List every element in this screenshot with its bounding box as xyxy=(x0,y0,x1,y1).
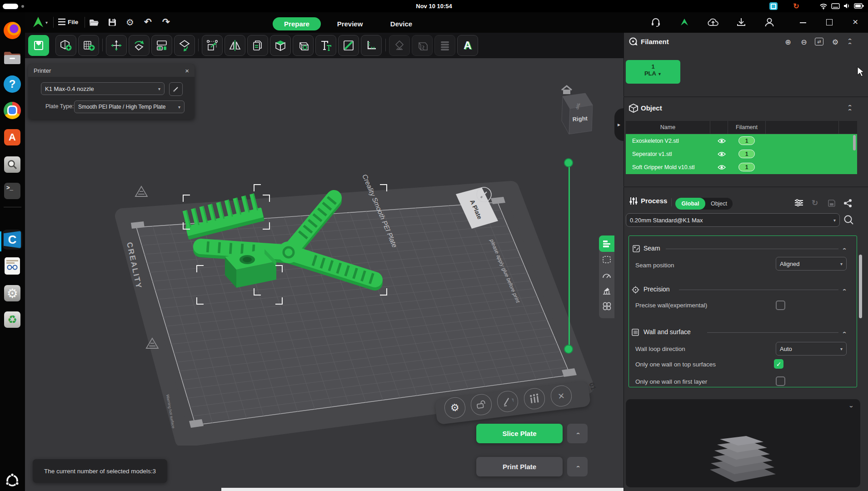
measure-tool-button[interactable] xyxy=(361,35,382,56)
dock-firefox-icon[interactable] xyxy=(2,20,22,40)
view-cube[interactable]: Top Right xyxy=(557,91,598,139)
panel-collapse-handle[interactable]: ▸ xyxy=(614,108,624,141)
dock-settings-icon[interactable]: ⚙ xyxy=(2,283,22,303)
layers-tool-button[interactable] xyxy=(434,35,455,56)
undo-icon[interactable]: ↶ xyxy=(144,16,152,27)
cloud-upload-icon[interactable] xyxy=(708,18,718,27)
seam-position-select[interactable]: Aligned▾ xyxy=(776,257,847,271)
save-icon[interactable] xyxy=(108,18,117,27)
slice-options-button[interactable]: › xyxy=(567,424,588,443)
dock-terminal-icon[interactable]: >_ xyxy=(2,181,22,201)
mini-tab-support[interactable] xyxy=(599,283,614,298)
move-tool-button[interactable] xyxy=(106,35,127,56)
system-clock[interactable]: Nov 10 10:54 xyxy=(0,0,868,12)
open-folder-icon[interactable] xyxy=(89,18,99,26)
seam-section-title[interactable]: Seam xyxy=(644,245,660,252)
layer-slider-bottom-handle[interactable] xyxy=(564,345,573,354)
screen-record-indicator-icon[interactable] xyxy=(3,4,18,9)
support-paint-tool-button[interactable] xyxy=(389,35,410,56)
precise-wall-checkbox[interactable] xyxy=(776,301,785,310)
visibility-eye-icon[interactable] xyxy=(718,138,726,144)
tray-app-icon[interactable] xyxy=(769,2,778,10)
process-save-icon[interactable] xyxy=(828,200,835,207)
preset-search-icon[interactable] xyxy=(843,215,854,225)
printer-panel-close-icon[interactable]: × xyxy=(185,67,189,75)
creality-logo-icon[interactable] xyxy=(32,16,45,29)
tab-device[interactable]: Device xyxy=(385,17,417,30)
logo-dropdown-caret-icon[interactable]: ▾ xyxy=(45,20,48,25)
filament-badge[interactable]: 1 xyxy=(738,163,755,171)
mini-tab-select-area[interactable] xyxy=(599,252,614,267)
hamburger-icon[interactable] xyxy=(58,18,66,25)
user-account-icon[interactable] xyxy=(764,17,774,27)
tray-refresh-icon[interactable]: ↻ xyxy=(792,1,801,10)
download-icon[interactable] xyxy=(737,18,746,27)
scope-global-button[interactable]: Global xyxy=(675,198,705,210)
visibility-eye-icon[interactable] xyxy=(718,165,726,170)
remove-filament-icon[interactable]: ⊖ xyxy=(798,36,809,47)
printer-edit-button[interactable] xyxy=(169,82,183,96)
process-scrollbar[interactable] xyxy=(859,255,862,318)
table-row[interactable]: Exoskeleton V2.stl 1 xyxy=(626,134,857,147)
minimize-icon[interactable] xyxy=(800,22,806,23)
layer-slider-track[interactable] xyxy=(569,163,570,349)
arrange-tool-button[interactable] xyxy=(151,35,172,56)
filament-badge[interactable]: 1 xyxy=(738,150,755,158)
seam-collapse-icon[interactable]: › xyxy=(840,248,848,250)
add-model-button[interactable] xyxy=(55,35,76,56)
file-menu[interactable]: File xyxy=(68,19,78,25)
text-tool-button[interactable] xyxy=(315,35,336,56)
wall-section-title[interactable]: Wall and surface xyxy=(644,328,691,336)
wifi-icon[interactable] xyxy=(819,3,828,10)
wall-collapse-icon[interactable]: › xyxy=(840,331,848,334)
filament-collapse-icon[interactable]: ›› xyxy=(846,37,848,45)
table-row[interactable]: Seperator v1.stl 1 xyxy=(626,147,857,160)
print-plate-button[interactable]: Print Plate xyxy=(476,457,563,476)
preview-collapse-icon[interactable]: › xyxy=(848,406,856,408)
pick-plate-tool-button[interactable] xyxy=(28,35,49,56)
print-options-button[interactable]: › xyxy=(567,457,588,476)
wall-loop-select[interactable]: Auto▾ xyxy=(776,342,847,356)
mini-tab-plugins[interactable] xyxy=(599,298,614,314)
dock-appstore-icon[interactable]: A xyxy=(2,127,22,147)
dock-files-icon[interactable] xyxy=(2,48,22,68)
precision-section-title[interactable]: Precision xyxy=(644,286,670,293)
mini-tab-parameters[interactable] xyxy=(599,235,614,252)
table-row[interactable]: Soft Gripper Mold v10.stl 1 xyxy=(626,160,857,174)
modifier-tool-button[interactable] xyxy=(270,35,291,56)
filament-slot-1[interactable]: 1 PLA ▼ xyxy=(626,60,680,84)
process-advanced-icon[interactable] xyxy=(794,199,803,206)
lay-flat-tool-button[interactable] xyxy=(174,35,195,56)
dock-trash-icon[interactable]: ♻ xyxy=(2,310,22,330)
scale-tool-button[interactable] xyxy=(202,35,223,56)
dock-help-icon[interactable]: ? xyxy=(2,74,22,94)
mirror-tool-button[interactable] xyxy=(224,35,245,56)
add-filament-icon[interactable]: ⊕ xyxy=(783,36,793,47)
battery-icon[interactable] xyxy=(854,3,864,9)
visibility-eye-icon[interactable] xyxy=(718,151,726,157)
rotate-tool-button[interactable] xyxy=(129,35,150,56)
plate-type-select[interactable]: Smooth PEI Plate / High Temp Plate▾ xyxy=(74,100,185,113)
filament-settings-icon[interactable]: ⚙ xyxy=(830,36,841,47)
paint-tool-button[interactable] xyxy=(338,35,359,56)
dock-screenshot-icon[interactable] xyxy=(2,155,22,175)
support-headset-icon[interactable] xyxy=(651,17,661,27)
dock-creality-icon[interactable]: C xyxy=(2,230,22,250)
column-filament[interactable]: Filament xyxy=(728,121,765,134)
tab-prepare[interactable]: Prepare xyxy=(273,17,321,30)
column-name[interactable]: Name xyxy=(626,124,710,130)
process-reset-icon[interactable]: ↻ xyxy=(812,198,818,208)
letter-a-tool-button[interactable]: AA xyxy=(457,35,478,56)
close-icon[interactable]: × xyxy=(853,16,858,27)
printer-select[interactable]: K1 Max-0.4 nozzle▾ xyxy=(41,82,165,95)
keyboard-icon[interactable] xyxy=(831,3,840,9)
support-volume-tool-button[interactable] xyxy=(293,35,314,56)
one-wall-top-checkbox[interactable]: ✓ xyxy=(774,359,783,369)
mini-tab-speed[interactable] xyxy=(599,267,614,283)
dock-document-viewer-icon[interactable] xyxy=(2,256,22,276)
object-table-scrollbar[interactable] xyxy=(853,135,856,150)
settings-gear-icon[interactable]: ⚙ xyxy=(126,17,134,28)
filament-swap-icon[interactable]: ⇄ xyxy=(815,38,823,45)
redo-icon[interactable]: ↷ xyxy=(162,16,170,27)
clone-tool-button[interactable] xyxy=(247,35,268,56)
